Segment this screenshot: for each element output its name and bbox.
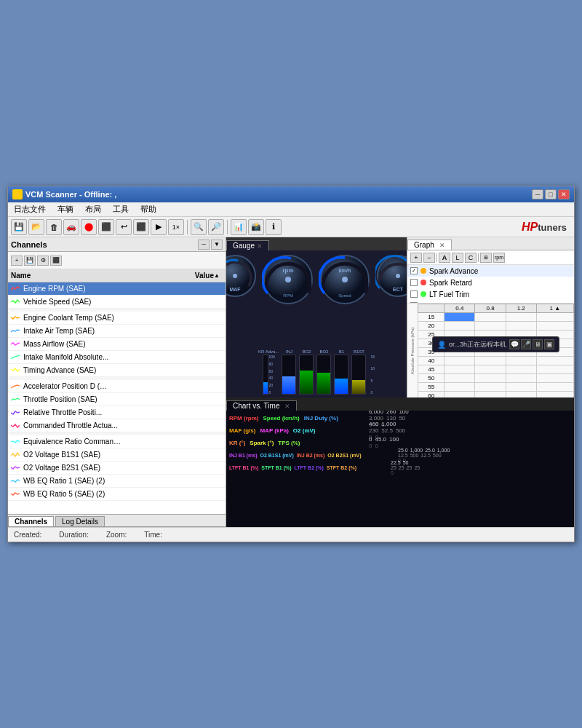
notification-mic-btn[interactable]: 🎤: [521, 339, 531, 349]
speed-button[interactable]: 1×: [168, 219, 184, 235]
notification-chat-btn[interactable]: 💬: [509, 339, 519, 349]
svg-text:Speed: Speed: [338, 293, 351, 298]
chart-val-injb1-max: 25.0: [398, 448, 408, 453]
channel-wb-eq5[interactable]: WB EQ Ratio 5 (SAE) (2): [8, 488, 226, 501]
notification-buttons: 💬 🎤 🖥 ▣: [509, 339, 554, 349]
tick-15: 15: [370, 355, 375, 359]
close-button[interactable]: ✕: [558, 189, 570, 199]
channel-rel-throttle[interactable]: Relative Throttle Positi...: [8, 406, 226, 419]
tick-40: 40: [269, 376, 275, 380]
vehicle-button[interactable]: 🚗: [63, 219, 79, 235]
channel-vehicle-speed[interactable]: Vehicle Speed (SAE): [8, 296, 226, 309]
chart-data-4b: 12.5 500 12.5 500: [398, 453, 571, 458]
graph-scale-button[interactable]: ⊞: [480, 253, 492, 263]
menu-help[interactable]: 帮助: [137, 203, 159, 215]
chart-label-o2mv: O2 (mV): [293, 427, 316, 434]
layout-button[interactable]: 📊: [231, 219, 247, 235]
tab-gauge[interactable]: Gauge ✕: [226, 240, 269, 250]
play-button[interactable]: ▶: [151, 219, 167, 235]
graph-rpm-button[interactable]: rpm: [493, 253, 505, 263]
graph-ch-checkbox-retard[interactable]: [410, 279, 418, 286]
cell-60-08: [475, 392, 506, 398]
info-button[interactable]: ℹ: [266, 219, 282, 235]
open-button[interactable]: 📂: [28, 219, 44, 235]
delete-button[interactable]: 🗑: [46, 219, 62, 235]
graph-remove-button[interactable]: −: [423, 253, 435, 263]
channels-save-button[interactable]: 💾: [24, 256, 36, 266]
channel-intake-name: Intake Air Temp (SAE): [23, 327, 223, 335]
zoom-in-button[interactable]: 🔍: [191, 219, 207, 235]
menu-tools[interactable]: 工具: [110, 203, 132, 215]
graph-lock-button[interactable]: L: [452, 253, 463, 263]
chart-label-o2b1s1: O2 B1S1 (mV): [260, 453, 294, 458]
chart-label-inj-duty: INJ Duty (%): [304, 415, 338, 422]
channels-menu-button[interactable]: ▼: [211, 240, 223, 250]
channel-map[interactable]: Intake Manifold Absolute...: [8, 351, 226, 364]
graph-tab-close[interactable]: ✕: [439, 242, 445, 249]
channel-engine-rpm[interactable]: Engine RPM (SAE): [8, 282, 226, 296]
tab-graph[interactable]: Graph ✕: [407, 240, 452, 250]
bar-kr-ticks: 100 80 60 40 20 0: [269, 355, 275, 395]
notification-screen-btn[interactable]: 🖥: [533, 339, 543, 349]
bar-b1-fill: [335, 379, 348, 394]
graph-ch-checkbox-lt[interactable]: [410, 290, 418, 298]
channel-o2-b1s1[interactable]: O2 Voltage B1S1 (SAE): [8, 448, 226, 462]
channels-filter-button[interactable]: ⬛: [50, 256, 62, 266]
channel-throttle[interactable]: Throttle Position (SAE): [8, 393, 226, 406]
tab-channels[interactable]: Channels: [8, 516, 54, 526]
svg-text:MAF: MAF: [229, 287, 241, 292]
top-right: Gauge ✕: [226, 237, 574, 397]
graph-ch-spark-advance[interactable]: ✓ Spark Advance: [407, 265, 574, 277]
channel-icon-coolant: [11, 314, 21, 322]
gauge-tab-close[interactable]: ✕: [257, 242, 263, 250]
chart-val-ltft2-mid: 25: [407, 465, 412, 470]
tab-log-details[interactable]: Log Details: [55, 516, 105, 526]
graph-ch-lt-fuel[interactable]: LT Fuel Trim: [407, 288, 574, 300]
channel-timing[interactable]: Timing Advance (SAE): [8, 364, 226, 377]
record-button[interactable]: ⬛: [133, 219, 149, 235]
cell-20-04: [445, 322, 475, 331]
menu-logfile[interactable]: 日志文件: [11, 203, 49, 215]
save-button[interactable]: 💾: [11, 219, 27, 235]
channel-accel-pos[interactable]: Accelerator Position D (…: [8, 380, 226, 393]
channel-icon-intake: [11, 328, 21, 335]
channel-maf[interactable]: Mass Airflow (SAE): [8, 338, 226, 351]
chart-data-2b: 230 52.5 500: [369, 427, 571, 434]
desktop: ⚡ VCM Scanner - Offline: , ─ □ ✕ 日志文件 车辆…: [0, 0, 582, 728]
tab-chart[interactable]: Chart vs. Time ✕: [226, 400, 297, 411]
screenshot-button[interactable]: 📸: [248, 219, 264, 235]
graph-ch-checkbox-spark[interactable]: ✓: [410, 267, 418, 274]
channel-eq-ratio[interactable]: Equivalence Ratio Comman…: [8, 435, 226, 448]
square-button[interactable]: ⬛: [98, 219, 114, 235]
chart-label-ltft-b2: LTFT B2 (%): [295, 465, 324, 470]
undo-button[interactable]: ↩: [116, 219, 132, 235]
graph-auto-button[interactable]: A: [439, 253, 450, 263]
chart-val-ltft-min: 0: [391, 470, 394, 475]
channel-intake-air[interactable]: Intake Air Temp (SAE): [8, 325, 226, 338]
channels-add-button[interactable]: +: [11, 256, 23, 266]
chart-label-ltft-b1: LTFT B1 (%): [229, 465, 258, 470]
window-title: VCM Scanner - Offline: ,: [25, 190, 116, 199]
graph-add-button[interactable]: +: [410, 253, 422, 263]
channel-wb-eq1[interactable]: WB EQ Ratio 1 (SAE) (2): [8, 475, 226, 488]
channels-pin-button[interactable]: ─: [198, 240, 210, 250]
channel-rpm-name: Engine RPM (SAE): [23, 285, 223, 293]
cell-60-04: [445, 392, 475, 398]
chart-val-map-mid: 52.5: [381, 427, 393, 434]
chart-tab-close[interactable]: ✕: [284, 403, 290, 410]
channel-coolant-temp[interactable]: Engine Coolant Temp (SAE): [8, 312, 226, 325]
menu-layout[interactable]: 布局: [82, 203, 104, 215]
notification-close-btn[interactable]: ▣: [544, 339, 554, 349]
channel-o2-b2s1[interactable]: O2 Voltage B2S1 (SAE): [8, 462, 226, 475]
bar-bo2-2-fill: [317, 373, 330, 394]
graph-ch-spark-retard[interactable]: Spark Retard: [407, 277, 574, 288]
channels-settings-button[interactable]: ⚙: [37, 256, 49, 266]
graph-center-button[interactable]: C: [465, 253, 477, 263]
stop-button[interactable]: ⬤: [81, 219, 97, 235]
maximize-button[interactable]: □: [545, 189, 557, 199]
tab-log-label: Log Details: [62, 518, 98, 526]
zoom-out-button[interactable]: 🔎: [208, 219, 224, 235]
minimize-button[interactable]: ─: [532, 189, 543, 199]
channel-cmd-throttle[interactable]: Commanded Throttle Actua...: [8, 419, 226, 432]
menu-vehicle[interactable]: 车辆: [55, 203, 76, 215]
